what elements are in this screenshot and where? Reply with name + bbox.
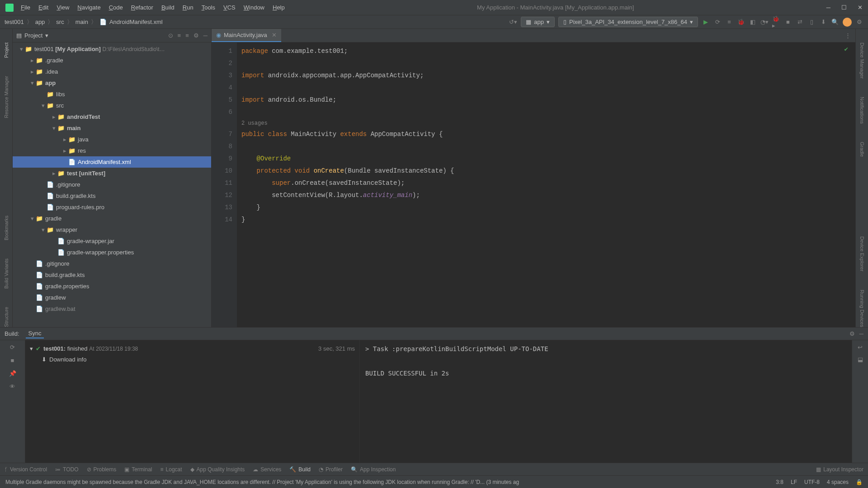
editor-tab-main-activity[interactable]: ◉ MainActivity.java ✕ — [212, 29, 281, 42]
tree-item--idea[interactable]: ▸📁.idea — [13, 66, 211, 77]
tree-arrow-icon[interactable]: ▾ — [40, 102, 46, 109]
tree-item-gradlew-bat[interactable]: 📄gradlew.bat — [13, 303, 211, 314]
soft-wrap-icon[interactable]: ↩ — [858, 344, 863, 351]
code-line[interactable]: } — [241, 202, 851, 214]
code-line[interactable]: package com.example.test001; — [241, 45, 851, 57]
tree-arrow-icon[interactable]: ▾ — [29, 215, 35, 222]
menu-run[interactable]: Run — [183, 4, 193, 11]
stop-icon[interactable]: ■ — [784, 18, 792, 26]
tool-window-app-inspection[interactable]: 🔍App Inspection — [351, 466, 396, 473]
gutter-line[interactable]: 4 — [214, 82, 232, 94]
pin-icon[interactable]: 📌 — [9, 370, 16, 377]
tree-item-main[interactable]: ▾📁main — [13, 122, 211, 134]
menu-file[interactable]: File — [21, 4, 30, 11]
tree-arrow-icon[interactable]: ▸ — [29, 57, 35, 64]
code-line[interactable]: } — [241, 214, 851, 226]
menu-view[interactable]: View — [57, 4, 69, 11]
menu-help[interactable]: Help — [273, 4, 285, 11]
gutter-line[interactable]: 2 — [214, 57, 232, 70]
tree-item-src[interactable]: ▾📁src — [13, 100, 211, 111]
gutter-line[interactable]: 11 — [214, 177, 232, 189]
filter-icon[interactable]: 👁 — [9, 383, 15, 390]
editor-more-icon[interactable]: ⋮ — [840, 32, 855, 39]
gutter-line[interactable]: 8 — [214, 141, 232, 153]
tree-arrow-icon[interactable]: ▾ — [40, 226, 46, 233]
apply-code-icon[interactable]: ≡ — [725, 18, 733, 26]
breadcrumb-item[interactable]: app — [35, 19, 45, 25]
tool-strip-build-variants[interactable]: Build Variants — [4, 258, 9, 289]
apply-changes-icon[interactable]: ⟳ — [713, 18, 722, 26]
tool-window-version-control[interactable]: ᚶVersion Control — [5, 466, 47, 473]
attach-debugger-icon[interactable]: 🐞▸ — [772, 18, 780, 26]
tree-item-gradle-wrapper-jar[interactable]: 📄gradle-wrapper.jar — [13, 235, 211, 247]
menu-refactor[interactable]: Refactor — [131, 4, 153, 11]
readonly-icon[interactable]: 🔒 — [856, 479, 863, 485]
menu-window[interactable]: Window — [244, 4, 264, 11]
tool-window-todo[interactable]: ≔TODO — [55, 466, 78, 473]
gutter-line[interactable]: 5 — [214, 94, 232, 106]
profile-icon[interactable]: ◔▾ — [760, 18, 769, 26]
tree-item--gitignore[interactable]: 📄.gitignore — [13, 258, 211, 269]
tool-window-logcat[interactable]: ≡Logcat — [160, 466, 182, 473]
tree-arrow-icon[interactable]: ▾ — [29, 80, 35, 86]
code-line[interactable] — [241, 106, 851, 118]
coverage-icon[interactable]: ◧ — [749, 18, 757, 26]
tool-strip-device-explorer[interactable]: Device Explorer — [859, 236, 865, 272]
project-tree[interactable]: ▾📁test001 [My Application] D:\Files\Andr… — [13, 42, 211, 327]
maximize-icon[interactable]: ☐ — [841, 4, 847, 11]
caret-position[interactable]: 3:8 — [776, 479, 783, 485]
tool-window-profiler[interactable]: ◔Profiler — [319, 466, 343, 473]
menu-code[interactable]: Code — [109, 4, 123, 11]
minimize-icon[interactable]: ─ — [826, 4, 830, 11]
code-line[interactable]: super.onCreate(savedInstanceState); — [241, 177, 851, 189]
tool-window-problems[interactable]: ⊘Problems — [87, 466, 117, 473]
tree-item-app[interactable]: ▾📁app — [13, 77, 211, 89]
reload-icon[interactable]: ↺▾ — [509, 18, 517, 26]
tree-item-test001[interactable]: ▾📁test001 [My Application] D:\Files\Andr… — [13, 43, 211, 55]
gutter-line[interactable]: 10 — [214, 165, 232, 177]
hide-icon[interactable]: ─ — [859, 330, 863, 337]
code-line[interactable]: public class MainActivity extends AppCom… — [241, 128, 851, 141]
project-view-selector[interactable]: ▤ Project ▾ — [16, 32, 48, 39]
tree-arrow-icon[interactable]: ▸ — [51, 170, 57, 177]
tree-arrow-icon[interactable]: ▸ — [51, 113, 57, 120]
close-icon[interactable]: ✕ — [858, 4, 863, 11]
file-encoding[interactable]: UTF-8 — [804, 479, 820, 485]
tree-item-gradle[interactable]: ▾📁gradle — [13, 213, 211, 224]
tree-item-java[interactable]: ▸📁java — [13, 134, 211, 145]
code-line[interactable]: protected void onCreate(Bundle savedInst… — [241, 165, 851, 177]
tool-window-services[interactable]: ☁Services — [253, 466, 281, 473]
tree-item--gitignore[interactable]: 📄.gitignore — [13, 179, 211, 190]
expand-all-icon[interactable]: ≡ — [178, 32, 181, 39]
editor-code[interactable]: package com.example.test001;import andro… — [237, 42, 855, 327]
tool-strip-running-devices[interactable]: Running Devices — [859, 290, 865, 327]
gutter-line[interactable]: 12 — [214, 189, 232, 202]
scroll-end-icon[interactable]: ⬓ — [858, 356, 863, 363]
code-line[interactable]: @Override — [241, 153, 851, 165]
build-tasks-tree[interactable]: ▾ ✔ test001: finished At 2023/11/18 19:3… — [25, 340, 360, 463]
hide-icon[interactable]: ─ — [203, 32, 208, 39]
tree-item-libs[interactable]: 📁libs — [13, 89, 211, 100]
tree-item-build-gradle-kts[interactable]: 📄build.gradle.kts — [13, 269, 211, 281]
code-line[interactable]: import androidx.appcompat.app.AppCompatA… — [241, 70, 851, 82]
tool-window-layout-inspector[interactable]: ▦Layout Inspector — [816, 466, 863, 473]
inspection-ok-icon[interactable]: ✔ — [844, 45, 848, 53]
tree-arrow-icon[interactable]: ▸ — [61, 147, 68, 154]
sync-tab[interactable]: Sync — [26, 329, 44, 338]
tool-window-app-quality-insights[interactable]: ◆App Quality Insights — [190, 466, 245, 473]
gutter-line[interactable]: 9 — [214, 153, 232, 165]
tree-arrow-icon[interactable]: ▸ — [29, 68, 35, 75]
user-avatar-icon[interactable] — [843, 18, 852, 27]
tool-strip-structure[interactable]: Structure — [4, 307, 9, 327]
breadcrumb-item[interactable]: AndroidManifest.xml — [109, 19, 163, 25]
tree-item--gradle[interactable]: ▸📁.gradle — [13, 55, 211, 66]
gutter-line[interactable]: 14 — [214, 214, 232, 226]
tool-strip-project[interactable]: Project — [4, 42, 9, 58]
build-output[interactable]: > Task :prepareKotlinBuildScriptModel UP… — [360, 340, 852, 463]
tree-item-proguard-rules-pro[interactable]: 📄proguard-rules.pro — [13, 202, 211, 213]
gear-icon[interactable]: ⚙ — [849, 330, 855, 337]
build-task-row[interactable]: ▾ ✔ test001: finished At 2023/11/18 19:3… — [30, 343, 355, 354]
tree-arrow-icon[interactable]: ▾ — [18, 46, 24, 52]
tree-item-androidmanifest-xml[interactable]: 📄AndroidManifest.xml — [13, 156, 211, 168]
tool-strip-resource-manager[interactable]: Resource Manager — [4, 76, 9, 118]
